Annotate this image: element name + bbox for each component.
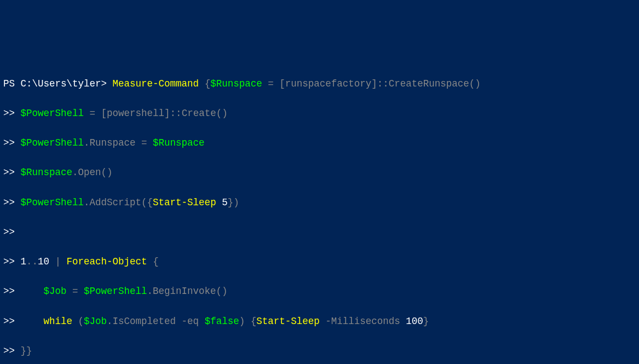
code-line-9: >> while ($Job.IsCompleted -eq $false) {…: [3, 314, 636, 329]
variable-runspace: $Runspace: [153, 137, 205, 148]
cmdlet-foreach-object: Foreach-Object: [67, 256, 147, 267]
type-powershell: [powershell]: [101, 108, 170, 119]
variable-runspace: $Runspace: [21, 167, 73, 178]
code-line-5: >> $PowerShell.AddScript({Start-Sleep 5}…: [3, 195, 636, 210]
operator-eq: -eq: [182, 316, 199, 327]
cmdlet-start-sleep: Start-Sleep: [256, 316, 320, 327]
variable-powershell: $PowerShell: [21, 197, 84, 208]
continuation-prompt: >>: [3, 137, 15, 148]
continuation-prompt: >>: [3, 167, 15, 178]
variable-powershell: $PowerShell: [21, 108, 84, 119]
param-milliseconds: -Milliseconds: [320, 316, 400, 327]
method-open: .Open(): [72, 167, 113, 178]
continuation-prompt: >>: [3, 316, 15, 327]
variable-false: $false: [199, 316, 239, 327]
method-addscript: .AddScript(: [84, 197, 147, 208]
continuation-prompt: >>: [3, 227, 15, 238]
code-line-3: >> $PowerShell.Runspace = $Runspace: [3, 136, 636, 151]
continuation-prompt: >>: [3, 286, 15, 297]
code-line-6: >>: [3, 225, 636, 240]
keyword-while: while: [44, 316, 73, 327]
cmdlet-measure-command: Measure-Command: [113, 78, 199, 89]
method-begininvoke: .BeginInvoke(): [147, 286, 228, 297]
continuation-prompt: >>: [3, 256, 15, 267]
cmdlet-start-sleep: Start-Sleep: [153, 197, 216, 208]
code-line-7: >> 1..10 | Foreach-Object {: [3, 255, 636, 269]
type-runspacefactory: [runspacefactory]: [279, 78, 377, 89]
powershell-terminal[interactable]: PS C:\Users\tyler> Measure-Command {$Run…: [3, 62, 636, 365]
variable-powershell: $PowerShell: [21, 137, 84, 148]
code-line-2: >> $PowerShell = [powershell]::Create(): [3, 106, 636, 121]
variable-runspace: $Runspace: [210, 78, 262, 89]
variable-job: $Job: [44, 286, 67, 297]
continuation-prompt: >>: [3, 197, 15, 208]
method-createrunspace: CreateRunspace(): [389, 78, 481, 89]
code-line-8: >> $Job = $PowerShell.BeginInvoke(): [3, 284, 636, 299]
code-line-10: >> }}: [3, 344, 636, 359]
continuation-prompt: >>: [3, 345, 15, 356]
prompt-ps: PS: [3, 78, 15, 89]
continuation-prompt: >>: [3, 108, 15, 119]
code-line-1: PS C:\Users\tyler> Measure-Command {$Run…: [3, 77, 636, 91]
method-create: Create(): [182, 108, 228, 119]
code-line-4: >> $Runspace.Open(): [3, 165, 636, 180]
variable-job: $Job: [84, 316, 107, 327]
variable-powershell: $PowerShell: [84, 286, 147, 297]
prompt-path: C:\Users\tyler>: [21, 78, 107, 89]
